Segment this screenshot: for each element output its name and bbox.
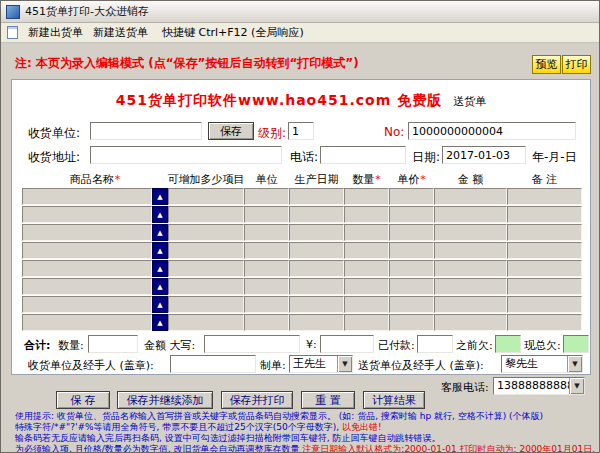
- prod-date-cell[interactable]: [289, 242, 344, 259]
- level-input[interactable]: [288, 122, 314, 140]
- address-input[interactable]: [90, 146, 282, 164]
- extra-item-cell[interactable]: [168, 206, 244, 223]
- qty-cell[interactable]: [344, 206, 389, 223]
- date-input[interactable]: [442, 146, 526, 164]
- note-cell[interactable]: [507, 224, 582, 241]
- product-name-input[interactable]: [22, 296, 152, 313]
- product-dropdown-button[interactable]: ▲: [152, 224, 168, 241]
- paid-input[interactable]: [417, 335, 453, 353]
- prod-date-cell[interactable]: [289, 278, 344, 295]
- note-cell[interactable]: [507, 296, 582, 313]
- note-cell[interactable]: [507, 206, 582, 223]
- unit-cell[interactable]: [244, 260, 289, 277]
- note-cell[interactable]: [507, 260, 582, 277]
- unit-cell[interactable]: [244, 242, 289, 259]
- product-name-input[interactable]: [22, 278, 152, 295]
- service-phone-combobox[interactable]: 13888888888 ▼: [493, 377, 585, 395]
- extra-item-cell[interactable]: [168, 188, 244, 205]
- product-dropdown-button[interactable]: ▲: [152, 206, 168, 223]
- amount-cell[interactable]: [434, 242, 507, 259]
- maker-combobox[interactable]: 王先生 ▼: [289, 355, 353, 373]
- qty-cell[interactable]: [344, 224, 389, 241]
- chevron-down-icon[interactable]: ▼: [567, 356, 582, 372]
- sender-combobox[interactable]: 黎先生 ▼: [501, 355, 583, 373]
- prod-date-cell[interactable]: [289, 206, 344, 223]
- product-dropdown-button[interactable]: ▲: [152, 188, 168, 205]
- action-save-print-button[interactable]: 保存并打印: [221, 391, 293, 409]
- price-cell[interactable]: [389, 260, 434, 277]
- amount-cell[interactable]: [434, 224, 507, 241]
- qty-cell[interactable]: [344, 188, 389, 205]
- qty-cell[interactable]: [344, 260, 389, 277]
- price-cell[interactable]: [389, 278, 434, 295]
- prod-date-cell[interactable]: [289, 224, 344, 241]
- qty-cell[interactable]: [344, 242, 389, 259]
- qty-cell[interactable]: [344, 314, 389, 331]
- print-button[interactable]: 打印: [562, 55, 591, 74]
- product-name-input[interactable]: [22, 260, 152, 277]
- extra-item-cell[interactable]: [168, 260, 244, 277]
- phone-input[interactable]: [320, 146, 406, 164]
- extra-item-cell[interactable]: [168, 224, 244, 241]
- unit-cell[interactable]: [244, 224, 289, 241]
- amount-cell[interactable]: [434, 296, 507, 313]
- menu-new-delivery-order[interactable]: 新建送货单: [93, 25, 148, 40]
- note-cell[interactable]: [507, 278, 582, 295]
- amount-cell[interactable]: [434, 278, 507, 295]
- product-name-input[interactable]: [22, 206, 152, 223]
- action-save-continue-button[interactable]: 保存并继续添加: [117, 391, 213, 409]
- total-qty-input[interactable]: [88, 335, 138, 353]
- save-button[interactable]: 保存: [208, 122, 254, 140]
- chevron-down-icon[interactable]: ▼: [337, 356, 352, 372]
- product-name-input[interactable]: [22, 188, 152, 205]
- title-bar[interactable]: 451货单打印-大众进销存: [1, 1, 599, 23]
- amount-cell[interactable]: [434, 188, 507, 205]
- receiver-input[interactable]: [90, 122, 202, 140]
- price-cell[interactable]: [389, 242, 434, 259]
- extra-item-cell[interactable]: [168, 242, 244, 259]
- price-cell[interactable]: [389, 188, 434, 205]
- extra-item-cell[interactable]: [168, 278, 244, 295]
- qty-cell[interactable]: [344, 278, 389, 295]
- menu-new-outgoing-order[interactable]: 新建出货单: [28, 25, 83, 40]
- note-cell[interactable]: [507, 188, 582, 205]
- price-cell[interactable]: [389, 314, 434, 331]
- product-dropdown-button[interactable]: ▲: [152, 260, 168, 277]
- amount-cell[interactable]: [434, 206, 507, 223]
- current-owe-input[interactable]: [563, 335, 589, 353]
- qty-cell[interactable]: [344, 296, 389, 313]
- unit-cell[interactable]: [244, 296, 289, 313]
- product-name-input[interactable]: [22, 224, 152, 241]
- no-input[interactable]: [408, 122, 576, 140]
- prod-date-cell[interactable]: [289, 296, 344, 313]
- stamp-receiver-input[interactable]: [170, 355, 256, 373]
- preview-button[interactable]: 预览: [532, 55, 561, 74]
- price-cell[interactable]: [389, 206, 434, 223]
- amount-cell[interactable]: [434, 260, 507, 277]
- product-dropdown-button[interactable]: ▲: [152, 278, 168, 295]
- action-calc-button[interactable]: 计算结果: [363, 391, 425, 409]
- unit-cell[interactable]: [244, 314, 289, 331]
- extra-item-cell[interactable]: [168, 314, 244, 331]
- unit-cell[interactable]: [244, 188, 289, 205]
- price-cell[interactable]: [389, 296, 434, 313]
- amount-yen-input[interactable]: [320, 335, 374, 353]
- note-cell[interactable]: [507, 242, 582, 259]
- product-name-input[interactable]: [22, 242, 152, 259]
- price-cell[interactable]: [389, 224, 434, 241]
- previous-owe-input[interactable]: [495, 335, 521, 353]
- unit-cell[interactable]: [244, 206, 289, 223]
- prod-date-cell[interactable]: [289, 260, 344, 277]
- action-reset-button[interactable]: 重 置: [301, 391, 355, 409]
- product-dropdown-button[interactable]: ▲: [152, 314, 168, 331]
- amount-words-input[interactable]: [204, 335, 300, 353]
- note-cell[interactable]: [507, 314, 582, 331]
- extra-item-cell[interactable]: [168, 296, 244, 313]
- action-save-button[interactable]: 保 存: [56, 391, 110, 409]
- chevron-down-icon[interactable]: ▼: [569, 378, 584, 394]
- unit-cell[interactable]: [244, 278, 289, 295]
- prod-date-cell[interactable]: [289, 314, 344, 331]
- amount-cell[interactable]: [434, 314, 507, 331]
- product-dropdown-button[interactable]: ▲: [152, 242, 168, 259]
- product-dropdown-button[interactable]: ▲: [152, 296, 168, 313]
